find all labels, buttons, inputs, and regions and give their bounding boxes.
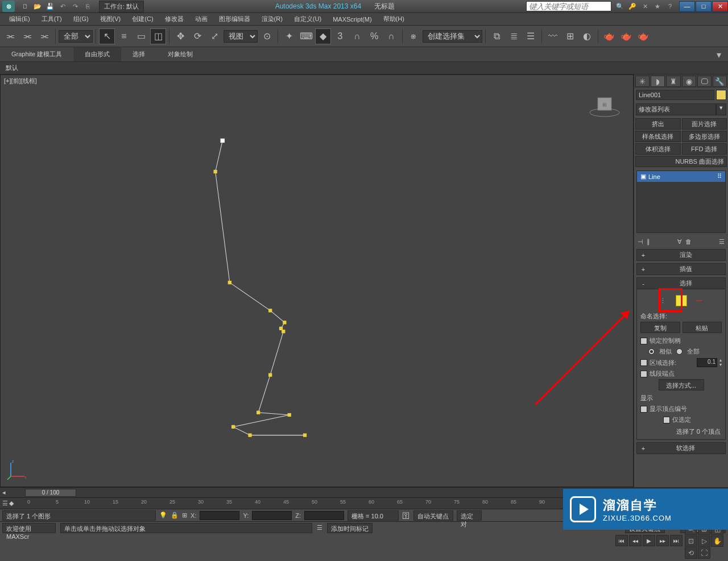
all-radio[interactable] xyxy=(676,348,682,355)
mod-polysel[interactable]: 多边形选择 xyxy=(682,131,727,142)
cmd-tab-utilities[interactable]: 🔧 xyxy=(713,76,727,87)
selset-mode[interactable]: 选定对 xyxy=(457,510,482,521)
search-input[interactable] xyxy=(526,1,611,11)
percent-snap-icon[interactable]: ∩ xyxy=(349,28,365,44)
autokey-button[interactable]: 自动关键点 xyxy=(413,510,453,521)
cmd-tab-hierarchy[interactable]: ♜ xyxy=(666,76,680,87)
make-unique-icon[interactable]: ∀ xyxy=(677,238,682,246)
time-slider[interactable]: 0 / 100 xyxy=(25,489,76,497)
spline-subobj-icon[interactable]: 〰 xyxy=(694,295,705,306)
ribbon-sub-default[interactable]: 默认 xyxy=(0,62,728,74)
maximize-button[interactable]: □ xyxy=(696,1,712,12)
ribbon-tab-objectpaint[interactable]: 对象绘制 xyxy=(156,47,204,61)
material-editor-icon[interactable]: ◐ xyxy=(579,28,595,44)
paste-button[interactable]: 粘贴 xyxy=(682,322,722,333)
mod-volsel[interactable]: 体积选择 xyxy=(635,143,681,155)
similar-radio[interactable] xyxy=(648,348,655,355)
workspace-dropdown[interactable]: 工作台: 默认 xyxy=(99,1,144,13)
area-select-checkbox[interactable] xyxy=(640,359,647,366)
select-name-icon[interactable]: ≡ xyxy=(116,28,132,44)
viewport[interactable]: [+][前][线框] 前 z x xyxy=(0,74,634,487)
project-icon[interactable]: ⎘ xyxy=(82,1,93,11)
select-region-rect-icon[interactable]: ▭ xyxy=(133,28,149,44)
rollout-header-render[interactable]: +渲染 xyxy=(636,249,726,261)
edged-faces-icon[interactable]: ∩ xyxy=(383,28,399,44)
sel-lock-icon[interactable]: 🔒 xyxy=(171,512,179,519)
rotate-icon[interactable]: ⟳ xyxy=(189,28,205,44)
named-selset-dropdown[interactable]: 创建选择集 xyxy=(423,30,482,43)
viewcube[interactable]: 前 xyxy=(588,92,622,117)
mod-ffdsel[interactable]: FFD 选择 xyxy=(682,143,727,155)
orbit-icon[interactable]: ⟲ xyxy=(685,547,697,559)
render-icon[interactable]: 🫖 xyxy=(635,28,651,44)
x-coord-input[interactable] xyxy=(200,511,239,520)
ref-coord-dropdown[interactable]: 视图 xyxy=(224,30,258,43)
menu-tools[interactable]: 工具(T) xyxy=(36,13,68,25)
align-icon[interactable]: ≣ xyxy=(506,28,522,44)
spinner-arrows-icon[interactable]: ▴▾ xyxy=(719,358,722,367)
key-icon[interactable]: ⚿ xyxy=(402,511,410,520)
vertex-subobj-icon[interactable]: ⋮ xyxy=(657,295,669,306)
modifier-stack[interactable]: ▣ Line ⠿ xyxy=(636,171,726,233)
open-icon[interactable]: 📂 xyxy=(32,1,43,11)
help-icon[interactable]: ? xyxy=(665,2,675,11)
close-button[interactable]: ✕ xyxy=(712,1,728,12)
listener-icon[interactable]: ☰ xyxy=(317,524,322,531)
configure-sets-icon[interactable]: ☰ xyxy=(719,238,725,246)
app-menu-icon[interactable]: ⊛ xyxy=(2,1,15,12)
keyboard-shortcut-icon[interactable]: ⌨ xyxy=(298,28,314,44)
menu-view[interactable]: 视图(V) xyxy=(94,13,127,25)
ribbon-tab-freeform[interactable]: 自由形式 xyxy=(73,47,121,61)
dropdown-arrow-icon[interactable]: ▾ xyxy=(716,103,726,115)
lock-selection-icon[interactable]: 💡 xyxy=(159,512,167,519)
menu-animation[interactable]: 动画 xyxy=(189,13,213,25)
angle-snap-icon[interactable]: 3 xyxy=(332,28,348,44)
show-end-icon[interactable]: ∥ xyxy=(647,238,650,246)
segment-subobj-icon[interactable]: ⋰ xyxy=(676,295,687,306)
goto-end-icon[interactable]: ⏭ xyxy=(670,535,682,546)
minimize-button[interactable]: — xyxy=(679,1,695,12)
menu-maxscript[interactable]: MAXScript(M) xyxy=(327,14,377,24)
stack-item-options-icon[interactable]: ⠿ xyxy=(717,173,722,180)
y-coord-input[interactable] xyxy=(252,511,292,520)
expand-icon[interactable]: ▣ xyxy=(640,173,646,180)
modifier-list-dropdown[interactable]: 修改器列表 xyxy=(636,103,716,115)
cmd-tab-display[interactable]: 🖵 xyxy=(697,76,712,87)
layers-icon[interactable]: ☰ xyxy=(523,28,539,44)
snap-toggle-icon[interactable]: ◆ xyxy=(315,28,331,44)
mod-extrude[interactable]: 挤出 xyxy=(635,118,681,130)
ribbon-tab-selection[interactable]: 选择 xyxy=(121,47,156,61)
fov-icon[interactable]: ▷ xyxy=(698,535,710,547)
pan-icon[interactable]: ✋ xyxy=(711,535,723,547)
manipulate-icon[interactable]: ✦ xyxy=(281,28,297,44)
copy-button[interactable]: 复制 xyxy=(640,322,680,333)
selection-filter-dropdown[interactable]: 全部 xyxy=(59,30,93,43)
menu-modifiers[interactable]: 修改器 xyxy=(159,13,189,25)
show-vertnum-checkbox[interactable] xyxy=(640,406,647,413)
pin-stack-icon[interactable]: ⊣ xyxy=(638,238,643,246)
cmd-tab-modify[interactable]: ◗ xyxy=(651,76,665,87)
select-window-crossing-icon[interactable]: ◫ xyxy=(150,28,166,44)
scale-icon[interactable]: ⤢ xyxy=(206,28,222,44)
maximize-viewport-icon[interactable]: ⛶ xyxy=(698,547,710,559)
object-color-swatch[interactable] xyxy=(716,90,726,100)
rollout-header-softsel[interactable]: +软选择 xyxy=(636,442,726,454)
menu-rendering[interactable]: 渲染(R) xyxy=(256,13,288,25)
mod-patchsel[interactable]: 面片选择 xyxy=(682,118,727,130)
select-icon[interactable]: ↖ xyxy=(99,28,115,44)
select-by-button[interactable]: 选择方式... xyxy=(659,379,704,390)
menu-grapheditors[interactable]: 图形编辑器 xyxy=(213,13,256,25)
cmd-tab-motion[interactable]: ◉ xyxy=(682,76,696,87)
menu-create[interactable]: 创建(C) xyxy=(126,13,159,25)
trackbar-keys-icon[interactable]: ◆ xyxy=(9,500,14,507)
play-icon[interactable]: ▶ xyxy=(643,535,655,546)
segend-checkbox[interactable] xyxy=(640,371,647,377)
schematic-view-icon[interactable]: ⊞ xyxy=(562,28,578,44)
menu-group[interactable]: 组(G) xyxy=(68,13,94,25)
ribbon-expand-icon[interactable]: ▾ xyxy=(713,49,725,60)
bind-icon[interactable]: ⫘ xyxy=(36,28,52,44)
mod-splinesel[interactable]: 样条线选择 xyxy=(635,131,681,142)
move-icon[interactable]: ✥ xyxy=(172,28,188,44)
link-icon[interactable]: ⫘ xyxy=(2,28,18,44)
only-selected-checkbox[interactable] xyxy=(663,417,670,423)
